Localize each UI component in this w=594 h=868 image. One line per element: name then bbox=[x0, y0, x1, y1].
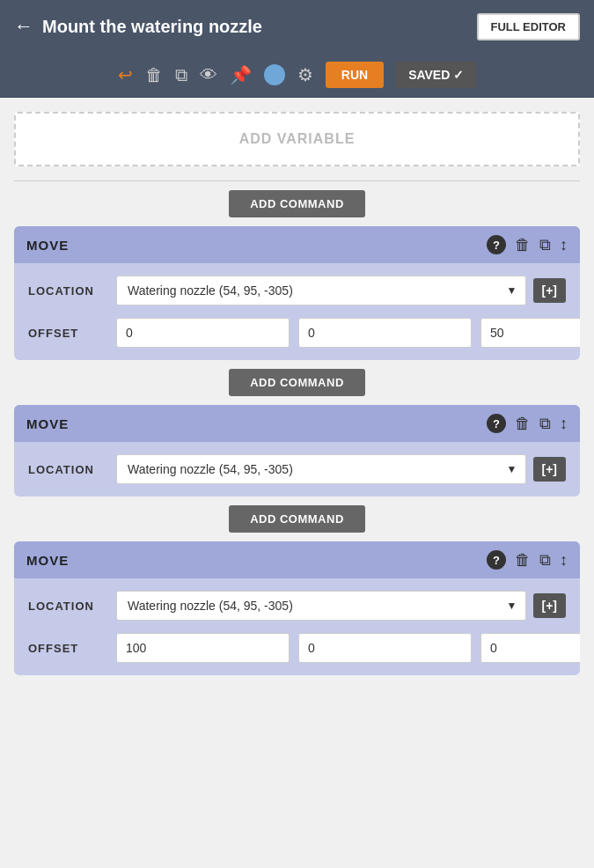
expand-btn-1[interactable]: [+] bbox=[533, 278, 567, 303]
location-select-container-1: Watering nozzle (54, 95, -305) bbox=[116, 276, 526, 305]
location-row-2: LOCATION Watering nozzle (54, 95, -305) … bbox=[28, 454, 566, 484]
add-command-wrap-2: ADD COMMAND bbox=[14, 369, 580, 396]
delete-cmd-icon-1[interactable]: 🗑 bbox=[515, 236, 531, 254]
color-circle[interactable] bbox=[264, 64, 285, 85]
location-select-container-2: Watering nozzle (54, 95, -305) bbox=[116, 454, 526, 484]
location-select-wrap-3: Watering nozzle (54, 95, -305) [+] bbox=[116, 591, 566, 621]
offset-z-1[interactable] bbox=[480, 318, 580, 348]
copy-cmd-icon-2[interactable]: ⧉ bbox=[539, 415, 551, 433]
add-command-wrap-3: ADD COMMAND bbox=[14, 505, 580, 533]
full-editor-button[interactable]: FULL EDITOR bbox=[477, 13, 580, 40]
location-select-3[interactable]: Watering nozzle (54, 95, -305) bbox=[116, 591, 526, 621]
copy-cmd-icon-1[interactable]: ⧉ bbox=[539, 236, 551, 254]
offset-label-1: OFFSET bbox=[28, 327, 116, 340]
offset-row-3: OFFSET bbox=[28, 633, 566, 663]
location-label-3: LOCATION bbox=[28, 600, 116, 613]
divider-top bbox=[14, 180, 580, 181]
run-button[interactable]: RUN bbox=[326, 62, 384, 88]
offset-z-3[interactable] bbox=[480, 633, 580, 663]
copy-icon[interactable]: ⧉ bbox=[175, 65, 187, 85]
offset-x-3[interactable] bbox=[116, 633, 290, 663]
toolbar: ↩ 🗑 ⧉ 👁 📌 ⚙ RUN SAVED ✓ bbox=[0, 53, 594, 98]
back-button[interactable]: ← bbox=[14, 15, 33, 38]
command-title-1: MOVE bbox=[26, 238, 478, 253]
command-body-1: LOCATION Watering nozzle (54, 95, -305) … bbox=[14, 263, 580, 360]
sort-cmd-icon-3[interactable]: ↕ bbox=[560, 551, 568, 570]
page-title: Mount the watering nozzle bbox=[42, 17, 477, 37]
add-command-button-3[interactable]: ADD COMMAND bbox=[229, 505, 365, 533]
command-block-2: MOVE ? 🗑 ⧉ ↕ LOCATION Watering nozzle (5… bbox=[14, 405, 580, 497]
delete-cmd-icon-2[interactable]: 🗑 bbox=[515, 415, 531, 433]
location-label-1: LOCATION bbox=[28, 284, 116, 298]
location-row-3: LOCATION Watering nozzle (54, 95, -305) … bbox=[28, 591, 566, 621]
location-select-2[interactable]: Watering nozzle (54, 95, -305) bbox=[116, 454, 526, 484]
command-header-1: MOVE ? 🗑 ⧉ ↕ bbox=[14, 226, 580, 263]
offset-label-3: OFFSET bbox=[28, 642, 116, 655]
add-command-button-1[interactable]: ADD COMMAND bbox=[229, 190, 365, 217]
location-label-2: LOCATION bbox=[28, 463, 116, 476]
offset-row-1: OFFSET bbox=[28, 318, 566, 348]
location-select-wrap-2: Watering nozzle (54, 95, -305) [+] bbox=[116, 454, 566, 484]
delete-cmd-icon-3[interactable]: 🗑 bbox=[515, 551, 531, 570]
saved-button[interactable]: SAVED ✓ bbox=[396, 62, 476, 88]
location-row-1: LOCATION Watering nozzle (54, 95, -305) … bbox=[28, 276, 566, 305]
delete-icon[interactable]: 🗑 bbox=[145, 65, 163, 85]
command-title-3: MOVE bbox=[26, 553, 478, 568]
command-block-1: MOVE ? 🗑 ⧉ ↕ LOCATION Watering nozzle (5… bbox=[14, 226, 580, 360]
offset-x-1[interactable] bbox=[116, 318, 290, 348]
pin-icon[interactable]: 📌 bbox=[230, 64, 252, 85]
add-command-button-2[interactable]: ADD COMMAND bbox=[229, 369, 365, 396]
help-icon-2[interactable]: ? bbox=[487, 414, 506, 433]
eye-icon[interactable]: 👁 bbox=[200, 65, 217, 85]
undo-icon[interactable]: ↩ bbox=[118, 64, 133, 85]
offset-y-1[interactable] bbox=[298, 318, 472, 348]
expand-btn-3[interactable]: [+] bbox=[533, 593, 567, 618]
command-header-3: MOVE ? 🗑 ⧉ ↕ bbox=[14, 541, 580, 578]
expand-btn-2[interactable]: [+] bbox=[533, 457, 567, 482]
main-content: ADD VARIABLE ADD COMMAND MOVE ? 🗑 ⧉ ↕ LO… bbox=[0, 98, 594, 698]
sort-cmd-icon-2[interactable]: ↕ bbox=[560, 415, 568, 433]
command-body-3: LOCATION Watering nozzle (54, 95, -305) … bbox=[14, 578, 580, 675]
location-select-container-3: Watering nozzle (54, 95, -305) bbox=[116, 591, 526, 621]
sort-cmd-icon-1[interactable]: ↕ bbox=[560, 236, 568, 254]
add-variable-box[interactable]: ADD VARIABLE bbox=[14, 112, 580, 166]
offset-y-3[interactable] bbox=[298, 633, 472, 663]
header: ← Mount the watering nozzle FULL EDITOR bbox=[0, 0, 594, 53]
copy-cmd-icon-3[interactable]: ⧉ bbox=[539, 551, 551, 570]
command-body-2: LOCATION Watering nozzle (54, 95, -305) … bbox=[14, 442, 580, 497]
add-command-wrap-1: ADD COMMAND bbox=[14, 190, 580, 217]
location-select-wrap-1: Watering nozzle (54, 95, -305) [+] bbox=[116, 276, 566, 305]
command-block-3: MOVE ? 🗑 ⧉ ↕ LOCATION Watering nozzle (5… bbox=[14, 541, 580, 675]
settings-icon[interactable]: ⚙ bbox=[297, 64, 313, 85]
command-title-2: MOVE bbox=[26, 416, 478, 431]
command-header-2: MOVE ? 🗑 ⧉ ↕ bbox=[14, 405, 580, 442]
offset-inputs-1 bbox=[116, 318, 580, 348]
offset-inputs-3 bbox=[116, 633, 580, 663]
help-icon-3[interactable]: ? bbox=[487, 550, 506, 570]
help-icon-1[interactable]: ? bbox=[487, 235, 506, 254]
location-select-1[interactable]: Watering nozzle (54, 95, -305) bbox=[116, 276, 526, 305]
